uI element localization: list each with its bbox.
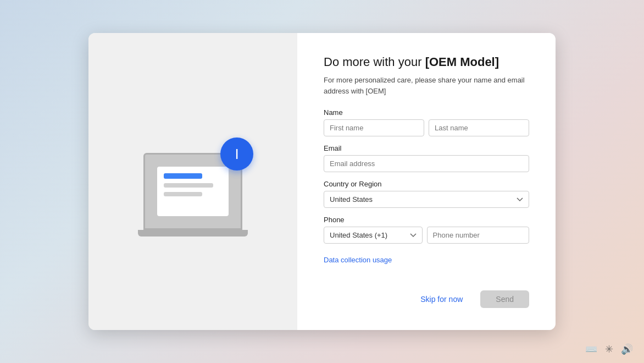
name-label: Name <box>324 108 529 117</box>
name-group: Name <box>324 108 529 136</box>
taskbar-icons: ⌨️ ✳ 🔊 <box>585 343 633 355</box>
cursor-icon: I <box>235 146 238 163</box>
accessibility-icon: ✳ <box>605 343 613 355</box>
title-bold: [OEM Model] <box>425 55 499 69</box>
first-name-input[interactable] <box>324 119 424 136</box>
chat-bubble: I <box>220 138 253 170</box>
email-label: Email <box>324 144 529 152</box>
last-name-input[interactable] <box>429 119 529 136</box>
title-prefix: Do more with your <box>324 55 425 69</box>
main-dialog: I Do more with your [OEM Model] For more… <box>88 33 556 330</box>
illustration-panel: I <box>88 33 297 330</box>
screen-bar-gray1 <box>164 183 213 188</box>
country-label: Country or Region <box>324 180 529 188</box>
title-row: Do more with your [OEM Model] <box>324 55 529 69</box>
phone-group: Phone United States (+1) Canada (+1) Uni… <box>324 216 529 244</box>
illustration: I <box>132 127 253 237</box>
phone-country-select[interactable]: United States (+1) Canada (+1) United Ki… <box>324 227 423 244</box>
volume-icon: 🔊 <box>621 343 633 355</box>
footer: Skip for now Send <box>324 282 529 308</box>
phone-number-wrapper <box>427 227 529 244</box>
phone-number-input[interactable] <box>427 227 529 244</box>
name-input-row <box>324 119 529 136</box>
subtitle-content: For more personalized care, please share… <box>324 76 525 95</box>
screen-bar-gray2 <box>164 192 202 196</box>
phone-row: United States (+1) Canada (+1) United Ki… <box>324 227 529 244</box>
email-group: Email <box>324 144 529 172</box>
email-input[interactable] <box>324 155 529 172</box>
skip-button[interactable]: Skip for now <box>412 290 471 308</box>
phone-country-wrapper: United States (+1) Canada (+1) United Ki… <box>324 227 423 244</box>
title-text: Do more with your [OEM Model] <box>324 55 499 69</box>
data-collection-link[interactable]: Data collection usage <box>324 256 529 264</box>
form-panel: Do more with your [OEM Model] For more p… <box>297 33 556 330</box>
laptop-base <box>138 230 248 237</box>
country-group: Country or Region United States Canada U… <box>324 180 529 208</box>
phone-label: Phone <box>324 216 529 224</box>
send-button[interactable]: Send <box>480 290 529 308</box>
subtitle-text: For more personalized care, please share… <box>324 75 529 96</box>
keyboard-icon: ⌨️ <box>585 343 597 355</box>
country-select[interactable]: United States Canada United Kingdom <box>324 191 529 208</box>
screen-bar-blue <box>164 173 202 179</box>
screen-content <box>157 167 229 216</box>
